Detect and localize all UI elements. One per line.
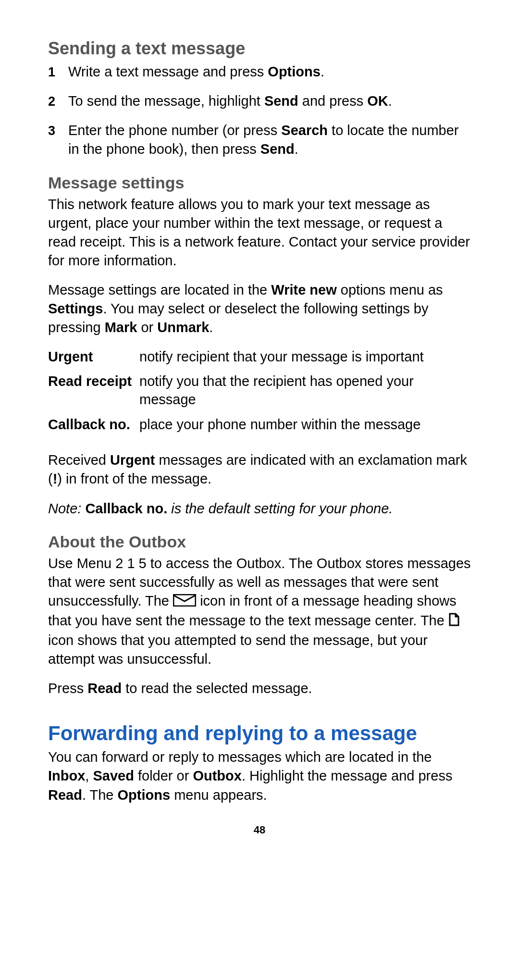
urgent-indicator-note: Received Urgent messages are indicated w…	[48, 451, 471, 488]
heading-forwarding: Forwarding and replying to a message	[48, 722, 471, 745]
bold-urgent: Urgent	[110, 452, 155, 468]
outbox-read: Press Read to read the selected message.	[48, 679, 471, 698]
heading-message-settings: Message settings	[48, 174, 471, 192]
table-row: Urgent notify recipient that your messag…	[48, 348, 471, 373]
step-3: 3 Enter the phone number (or press Searc…	[48, 121, 471, 159]
bold-inbox: Inbox	[48, 768, 85, 783]
term-read-receipt: Read receipt	[48, 372, 139, 415]
desc-urgent: notify recipient that your message is im…	[139, 348, 471, 373]
document-icon	[448, 612, 460, 631]
step-number: 1	[48, 63, 55, 81]
manual-page: Sending a text message 1 Write a text me…	[0, 0, 519, 856]
step-2: 2 To send the message, highlight Send an…	[48, 92, 471, 111]
table-row: Callback no. place your phone number wit…	[48, 416, 471, 441]
step-text: Enter the phone number (or press	[68, 123, 281, 138]
desc-read-receipt: notify you that the recipient has opened…	[139, 372, 471, 415]
bold-write-new: Write new	[271, 282, 336, 298]
bold-read: Read	[87, 681, 122, 696]
term-urgent: Urgent	[48, 348, 139, 373]
bold-settings: Settings	[48, 301, 103, 316]
bold-unmark: Unmark	[157, 320, 209, 335]
bold-outbox: Outbox	[193, 768, 242, 783]
bold-search: Search	[281, 123, 328, 138]
page-number: 48	[48, 824, 471, 836]
heading-sending: Sending a text message	[48, 38, 471, 59]
note-rest: is the default setting for your phone.	[167, 501, 393, 516]
note-label: Note:	[48, 501, 85, 516]
settings-table: Urgent notify recipient that your messag…	[48, 348, 471, 441]
heading-about-outbox: About the Outbox	[48, 533, 471, 551]
step-text: To send the message, highlight	[68, 93, 264, 109]
step-number: 3	[48, 122, 55, 139]
settings-location: Message settings are located in the Writ…	[48, 281, 471, 337]
bold-exclaim: !	[53, 471, 58, 486]
forward-body: You can forward or reply to messages whi…	[48, 748, 471, 804]
bold-saved: Saved	[93, 768, 134, 783]
bold-read: Read	[48, 787, 82, 803]
bold-options: Options	[118, 787, 171, 803]
step-number: 2	[48, 93, 55, 110]
callback-default-note: Note: Callback no. is the default settin…	[48, 499, 471, 518]
sending-steps: 1 Write a text message and press Options…	[48, 62, 471, 159]
bold-send: Send	[264, 93, 298, 109]
bold-callback-no: Callback no.	[85, 501, 167, 516]
bold-mark: Mark	[105, 320, 137, 335]
step-1: 1 Write a text message and press Options…	[48, 62, 471, 81]
envelope-icon	[173, 593, 196, 611]
bold-send: Send	[260, 141, 295, 157]
bold-ok: OK	[367, 93, 388, 109]
settings-intro: This network feature allows you to mark …	[48, 195, 471, 271]
bold-options: Options	[268, 64, 321, 79]
term-callback: Callback no.	[48, 416, 139, 441]
outbox-body: Use Menu 2 1 5 to access the Outbox. The…	[48, 554, 471, 669]
desc-callback: place your phone number within the messa…	[139, 416, 471, 441]
step-text: Write a text message and press	[68, 64, 268, 79]
table-row: Read receipt notify you that the recipie…	[48, 372, 471, 415]
